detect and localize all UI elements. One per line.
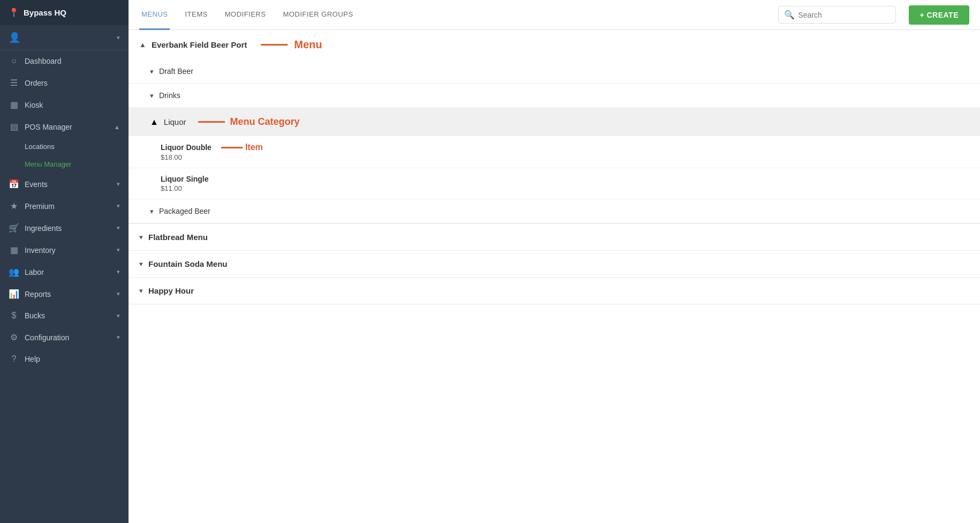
- item-name-liquor-single: Liquor Single: [161, 175, 969, 183]
- inventory-chevron-icon: ▾: [117, 246, 120, 253]
- tab-items[interactable]: ITEMS: [183, 0, 209, 30]
- pos-manager-icon: ▤: [9, 122, 19, 132]
- sidebar-item-kiosk[interactable]: ▦ Kiosk: [0, 94, 129, 116]
- menu-type-label-everbank: Menu: [261, 39, 322, 51]
- flatbread-chevron-icon: ▾: [139, 233, 143, 241]
- menu-manager-label: Menu Manager: [25, 160, 71, 168]
- sidebar-item-label: Help: [25, 355, 120, 363]
- menu-title-everbank: Everbank Field Beer Port: [152, 40, 247, 49]
- liquor-chevron-icon: ▲: [150, 117, 159, 127]
- type-label-line-liquor: [198, 121, 225, 123]
- item-row-liquor-single[interactable]: Liquor Single $11.00: [129, 168, 980, 199]
- sidebar-item-label: Bucks: [25, 311, 111, 320]
- tab-modifier-groups[interactable]: MODIFIER GROUPS: [281, 0, 355, 30]
- search-icon: 🔍: [784, 10, 795, 20]
- sidebar-header: 📍 Bypass HQ: [0, 0, 129, 25]
- menu-title-fountain-soda: Fountain Soda Menu: [148, 259, 228, 268]
- category-header-liquor[interactable]: ▲ Liquor Menu Category: [129, 108, 980, 136]
- inventory-icon: ▦: [9, 245, 19, 255]
- type-label-line: [261, 44, 288, 46]
- happy-hour-chevron-icon: ▾: [139, 287, 143, 295]
- sidebar-sub-item-locations[interactable]: Locations: [0, 138, 129, 155]
- premium-chevron-icon: ▾: [117, 203, 120, 210]
- category-title-liquor: Liquor: [164, 117, 186, 126]
- category-row-drinks[interactable]: ▾ Drinks: [129, 84, 980, 108]
- reports-icon: 📊: [9, 289, 19, 299]
- ingredients-chevron-icon: ▾: [117, 225, 120, 231]
- menu-header-fountain-soda[interactable]: ▾ Fountain Soda Menu: [129, 251, 980, 277]
- orders-icon: ☰: [9, 78, 19, 88]
- reports-chevron-icon: ▾: [117, 290, 120, 297]
- sidebar-item-label: Ingredients: [25, 224, 111, 233]
- menu-row-flatbread: ▾ Flatbread Menu: [129, 224, 980, 251]
- events-icon: 📅: [9, 179, 19, 189]
- category-type-label-liquor: Menu Category: [198, 116, 300, 128]
- sidebar-item-ingredients[interactable]: 🛒 Ingredients ▾: [0, 217, 129, 239]
- tab-menus[interactable]: MENUS: [139, 0, 170, 30]
- everbank-chevron-icon: ▲: [139, 41, 146, 49]
- item-price-liquor-double: $18.00: [161, 153, 969, 161]
- item-row-liquor-double[interactable]: Liquor Double Item $18.00: [129, 136, 980, 168]
- menu-header-everbank[interactable]: ▲ Everbank Field Beer Port Menu: [129, 30, 980, 59]
- sidebar-item-label: Labor: [25, 268, 111, 277]
- bucks-icon: $: [9, 311, 19, 320]
- kiosk-icon: ▦: [9, 100, 19, 110]
- item-type-label-liquor-double: Item: [221, 143, 263, 152]
- sidebar-item-label: Premium: [25, 202, 111, 211]
- sidebar-item-reports[interactable]: 📊 Reports ▾: [0, 283, 129, 305]
- draft-beer-chevron-icon: ▾: [150, 68, 154, 76]
- configuration-chevron-icon: ▾: [117, 334, 120, 341]
- topbar: MENUS ITEMS MODIFIERS MODIFIER GROUPS 🔍 …: [129, 0, 980, 30]
- sidebar-item-label: Orders: [25, 79, 120, 87]
- sidebar-item-label: Inventory: [25, 246, 111, 255]
- sidebar-item-dashboard[interactable]: ○ Dashboard: [0, 50, 129, 72]
- sidebar-item-configuration[interactable]: ⚙ Configuration ▾: [0, 326, 129, 348]
- fountain-soda-chevron-icon: ▾: [139, 260, 143, 268]
- menu-title-happy-hour: Happy Hour: [148, 286, 194, 295]
- category-title-packaged-beer: Packaged Beer: [159, 207, 210, 215]
- sidebar-item-bucks[interactable]: $ Bucks ▾: [0, 305, 129, 326]
- user-chevron-icon: ▾: [117, 34, 120, 41]
- item-price-liquor-single: $11.00: [161, 184, 969, 192]
- main-content: MENUS ITEMS MODIFIERS MODIFIER GROUPS 🔍 …: [129, 0, 980, 523]
- search-input[interactable]: [798, 11, 890, 19]
- menu-header-happy-hour[interactable]: ▾ Happy Hour: [129, 278, 980, 304]
- sidebar-item-label: Configuration: [25, 333, 111, 342]
- category-title-drinks: Drinks: [159, 91, 180, 100]
- sidebar-item-label: Reports: [25, 290, 111, 298]
- category-section-liquor: ▲ Liquor Menu Category Liquor Double Ite…: [129, 108, 980, 199]
- create-button[interactable]: + CREATE: [909, 5, 969, 25]
- sidebar-item-events[interactable]: 📅 Events ▾: [0, 173, 129, 195]
- drinks-chevron-icon: ▾: [150, 92, 154, 100]
- category-title-draft-beer: Draft Beer: [159, 67, 193, 76]
- sidebar-item-label: POS Manager: [25, 123, 109, 131]
- sidebar-item-help[interactable]: ? Help: [0, 348, 129, 370]
- item-type-line: [221, 147, 243, 148]
- configuration-icon: ⚙: [9, 332, 19, 342]
- user-menu[interactable]: 👤 ▾: [0, 25, 129, 50]
- premium-icon: ★: [9, 201, 19, 211]
- sidebar-item-pos-manager[interactable]: ▤ POS Manager ▲: [0, 116, 129, 138]
- labor-icon: 👥: [9, 267, 19, 277]
- sidebar-item-premium[interactable]: ★ Premium ▾: [0, 195, 129, 217]
- category-row-packaged-beer[interactable]: ▾ Packaged Beer: [129, 199, 980, 223]
- menu-row-everbank: ▲ Everbank Field Beer Port Menu ▾ Draft …: [129, 30, 980, 224]
- sidebar: 📍 Bypass HQ 👤 ▾ ○ Dashboard ☰ Orders ▦ K…: [0, 0, 129, 523]
- sidebar-item-label: Events: [25, 180, 111, 189]
- item-name-liquor-double: Liquor Double Item: [161, 143, 969, 152]
- locations-label: Locations: [25, 143, 55, 151]
- pos-manager-chevron-icon: ▲: [114, 124, 120, 130]
- sidebar-item-orders[interactable]: ☰ Orders: [0, 72, 129, 94]
- category-row-draft-beer[interactable]: ▾ Draft Beer: [129, 59, 980, 84]
- content-area: ▲ Everbank Field Beer Port Menu ▾ Draft …: [129, 30, 980, 523]
- menu-header-flatbread[interactable]: ▾ Flatbread Menu: [129, 224, 980, 250]
- tab-modifiers[interactable]: MODIFIERS: [223, 0, 268, 30]
- sidebar-item-labor[interactable]: 👥 Labor ▾: [0, 261, 129, 283]
- user-icon: 👤: [9, 32, 20, 43]
- menu-row-fountain-soda: ▾ Fountain Soda Menu: [129, 251, 980, 278]
- labor-chevron-icon: ▾: [117, 268, 120, 275]
- menu-title-flatbread: Flatbread Menu: [148, 233, 208, 242]
- bucks-chevron-icon: ▾: [117, 312, 120, 319]
- sidebar-sub-item-menu-manager[interactable]: Menu Manager: [0, 155, 129, 173]
- sidebar-item-inventory[interactable]: ▦ Inventory ▾: [0, 239, 129, 261]
